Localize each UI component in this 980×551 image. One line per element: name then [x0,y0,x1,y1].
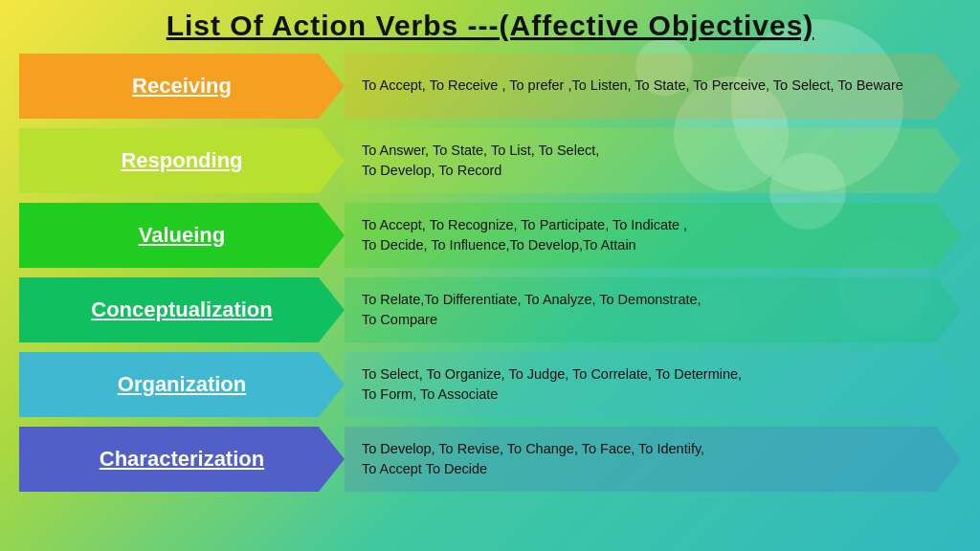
label-conceptualization: Conceptualization [19,277,345,342]
row-receiving: ReceivingTo Accept, To Receive , To pref… [19,52,961,121]
desc-text-conceptualization: To Relate,To Differentiate, To Analyze, … [345,286,724,334]
label-valueing: Valueing [19,203,345,268]
desc-arrow-organization: To Select, To Organize, To Judge, To Cor… [345,352,961,417]
page-title: List Of Action Verbs ---(Affective Objec… [19,10,961,42]
desc-arrow-characterization: To Develop, To Revise, To Change, To Fac… [345,427,961,492]
label-receiving: Receiving [19,54,345,119]
desc-text-valueing: To Accept, To Recognize, To Participate,… [345,211,710,259]
page-content: List Of Action Verbs ---(Affective Objec… [0,0,980,503]
rows-container: ReceivingTo Accept, To Receive , To pref… [19,52,961,494]
label-characterization: Characterization [19,427,345,492]
desc-arrow-valueing: To Accept, To Recognize, To Participate,… [345,203,961,268]
desc-arrow-responding: To Answer, To State, To List, To Select,… [345,128,961,193]
desc-text-characterization: To Develop, To Revise, To Change, To Fac… [345,435,727,483]
row-conceptualization: ConceptualizationTo Relate,To Differenti… [19,276,961,344]
desc-text-responding: To Answer, To State, To List, To Select,… [345,137,622,185]
label-organization: Organization [19,352,345,417]
desc-arrow-conceptualization: To Relate,To Differentiate, To Analyze, … [345,277,961,342]
desc-text-receiving: To Accept, To Receive , To prefer ,To Li… [345,72,926,99]
row-characterization: CharacterizationTo Develop, To Revise, T… [19,425,961,494]
row-responding: RespondingTo Answer, To State, To List, … [19,126,961,195]
desc-arrow-receiving: To Accept, To Receive , To prefer ,To Li… [345,54,961,119]
label-responding: Responding [19,128,345,193]
desc-text-organization: To Select, To Organize, To Judge, To Cor… [345,361,765,408]
row-valueing: ValueingTo Accept, To Recognize, To Part… [19,201,961,270]
row-organization: OrganizationTo Select, To Organize, To J… [19,350,961,419]
